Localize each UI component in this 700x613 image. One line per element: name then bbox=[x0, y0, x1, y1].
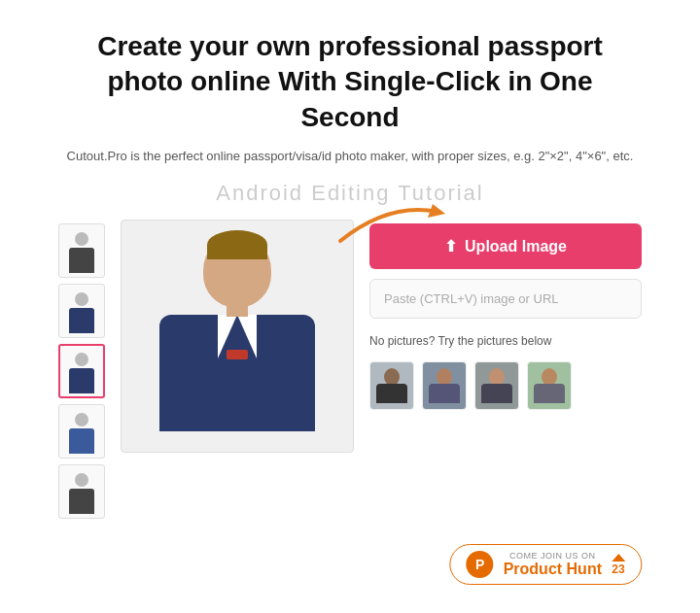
svg-marker-0 bbox=[428, 204, 445, 218]
product-hunt-badge[interactable]: P COME JOIN US ON Product Hunt 23 bbox=[450, 544, 642, 585]
thumbnails-column bbox=[58, 220, 105, 519]
thumb-head-1 bbox=[75, 232, 88, 246]
thumb-figure-3 bbox=[68, 349, 95, 393]
upload-icon: ⬆ bbox=[444, 237, 457, 255]
mini-figure-2 bbox=[429, 368, 460, 403]
thumb-figure-5 bbox=[68, 469, 95, 514]
thumb-body-1 bbox=[69, 248, 94, 273]
upload-image-button[interactable]: ⬆ Upload Image bbox=[369, 223, 642, 269]
thumbnail-5[interactable] bbox=[58, 464, 105, 519]
person-head bbox=[203, 234, 271, 307]
thumb-figure-1 bbox=[68, 228, 95, 273]
come-join-label: COME JOIN US ON bbox=[504, 551, 602, 561]
thumb-body-3 bbox=[69, 368, 94, 393]
thumb-figure-4 bbox=[68, 409, 95, 454]
sample-photo-2[interactable] bbox=[422, 361, 467, 410]
product-hunt-text-block: COME JOIN US ON Product Hunt bbox=[504, 551, 602, 578]
mini-figure-4 bbox=[534, 368, 565, 403]
thumb-figure-2 bbox=[68, 289, 95, 333]
main-photo-display bbox=[121, 220, 354, 453]
mini-body-4 bbox=[534, 384, 565, 403]
hero-title: Create your own professional passport ph… bbox=[58, 29, 642, 135]
thumbnail-3[interactable] bbox=[58, 344, 105, 398]
thumbnail-1[interactable] bbox=[58, 223, 105, 278]
mini-figure-1 bbox=[376, 368, 407, 403]
sample-photo-4[interactable] bbox=[527, 361, 572, 410]
hero-subtitle: Cutout.Pro is the perfect online passpor… bbox=[58, 149, 642, 163]
product-hunt-icon: P bbox=[467, 551, 494, 578]
thumb-head-5 bbox=[75, 473, 88, 487]
person-illustration bbox=[140, 224, 334, 448]
mini-body-2 bbox=[429, 384, 460, 403]
paste-input[interactable]: Paste (CTRL+V) image or URL bbox=[369, 279, 642, 319]
badge-wrapper: P COME JOIN US ON Product Hunt 23 bbox=[58, 528, 642, 585]
thumb-head-3 bbox=[75, 353, 88, 366]
thumb-body-4 bbox=[69, 428, 94, 454]
controls-area: ⬆ Upload Image Paste (CTRL+V) image or U… bbox=[369, 220, 642, 410]
upload-button-label: Upload Image bbox=[465, 238, 567, 255]
thumbnail-4[interactable] bbox=[58, 404, 105, 459]
mini-figure-3 bbox=[481, 368, 512, 403]
watermark-text: Android Editing Tutorial bbox=[58, 181, 642, 206]
thumb-head-4 bbox=[75, 413, 88, 426]
product-hunt-label: Product Hunt bbox=[504, 561, 602, 578]
upvote-section[interactable]: 23 bbox=[612, 554, 625, 576]
thumb-body-2 bbox=[69, 308, 94, 333]
thumb-body-5 bbox=[69, 489, 94, 514]
thumb-head-2 bbox=[75, 292, 88, 306]
person-body bbox=[159, 315, 315, 431]
sample-photo-3[interactable] bbox=[474, 361, 519, 410]
page-wrapper: Create your own professional passport ph… bbox=[0, 0, 700, 613]
sample-photos bbox=[369, 361, 642, 410]
upvote-triangle-icon bbox=[612, 554, 625, 562]
bowtie bbox=[227, 350, 248, 359]
mini-body-1 bbox=[376, 384, 407, 403]
sample-photo-1[interactable] bbox=[369, 361, 414, 410]
upvote-count: 23 bbox=[612, 562, 624, 576]
mini-body-3 bbox=[481, 384, 512, 403]
no-pictures-label: No pictures? Try the pictures below bbox=[369, 334, 642, 348]
person-hair bbox=[207, 230, 267, 259]
main-area: ⬆ Upload Image Paste (CTRL+V) image or U… bbox=[58, 220, 642, 519]
thumbnail-2[interactable] bbox=[58, 284, 105, 338]
